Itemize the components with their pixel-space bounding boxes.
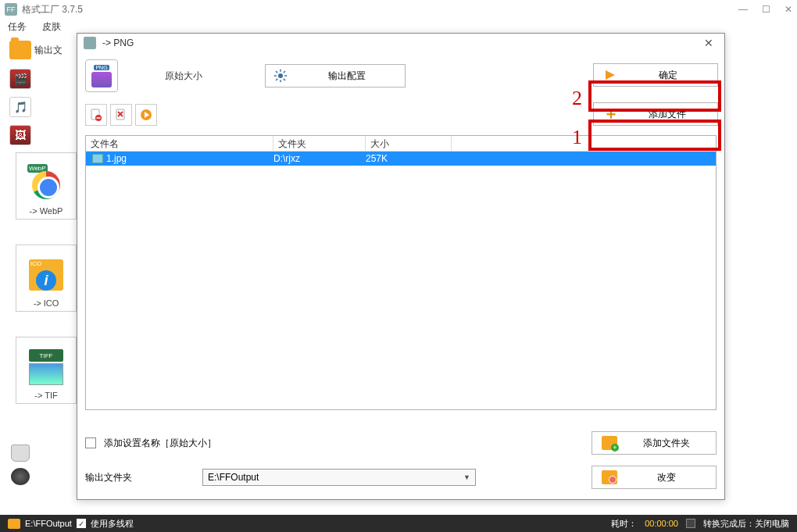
main-title-bar: FF 格式工厂 3.7.5 — ☐ ✕ — [0, 0, 797, 19]
picture-icon — [29, 363, 63, 385]
add-folder-label: 添加文件夹 — [627, 437, 706, 450]
format-tif-label: -> TIF — [34, 391, 57, 400]
add-file-button[interactable]: ＋ 添加文件 — [593, 102, 718, 126]
window-controls: — ☐ ✕ — [738, 4, 792, 15]
add-setting-name-checkbox[interactable] — [85, 437, 96, 448]
file-size: 257K — [366, 153, 452, 164]
svg-line-5 — [276, 71, 277, 73]
file-folder: D:\rjxz — [273, 153, 366, 164]
folder-icon — [9, 41, 31, 59]
svg-line-8 — [284, 71, 285, 73]
bottom-left-icons — [11, 445, 30, 485]
format-webp-label: -> WebP — [30, 206, 63, 216]
output-config-label: 输出配置 — [297, 70, 397, 83]
play-icon — [140, 109, 152, 121]
page-minus-icon — [90, 109, 102, 121]
add-file-label: 添加文件 — [627, 108, 708, 121]
file-row[interactable]: 1.jpg D:\rjxz 257K — [86, 152, 716, 166]
format-button-list: WebP -> WebP ICO i -> ICO TIFF -> TIF — [16, 152, 77, 404]
file-list-header: 文件名 文件夹 大小 — [86, 136, 716, 152]
plus-icon: ＋ — [603, 107, 617, 121]
output-config-button[interactable]: 输出配置 — [265, 64, 406, 87]
ok-button-label: 确定 — [628, 69, 708, 82]
output-label: 输出文 — [34, 44, 63, 57]
svg-line-7 — [276, 79, 277, 80]
highlight-number-2: 2 — [572, 87, 582, 110]
drive-icon[interactable] — [11, 445, 30, 462]
original-size-label: 原始大小 — [165, 70, 202, 83]
change-folder-label: 改变 — [627, 471, 706, 484]
remove-file-button[interactable] — [85, 104, 107, 126]
dialog-title: -> PNG — [102, 37, 699, 48]
page-x-icon — [115, 109, 127, 121]
col-folder[interactable]: 文件夹 — [273, 136, 366, 151]
svg-rect-12 — [97, 117, 101, 119]
output-folder-row: 输出文件夹 E:\FFOutput ▼ 改变 — [85, 463, 717, 491]
svg-marker-9 — [606, 70, 615, 80]
add-setting-name-label: 添加设置名称［原始大小］ — [104, 437, 216, 450]
dialog-close-button[interactable]: ✕ — [699, 37, 718, 49]
dialog-icon-row: ＋ 添加文件 — [77, 99, 724, 130]
output-folder-dropdown[interactable]: E:\FFOutput ▼ — [202, 469, 476, 486]
png-badge: PNG — [94, 65, 109, 70]
ico-badge: ICO i — [29, 259, 63, 291]
col-size[interactable]: 大小 — [366, 136, 452, 151]
format-ico-button[interactable]: ICO i -> ICO — [16, 245, 77, 312]
format-webp-button[interactable]: WebP -> WebP — [16, 152, 77, 220]
dialog-app-icon — [84, 37, 96, 49]
multithread-checkbox[interactable]: ✓ — [77, 519, 86, 528]
change-folder-button[interactable]: 改变 — [591, 466, 717, 489]
menu-skin[interactable]: 皮肤 — [42, 20, 61, 34]
maximize-button[interactable]: ☐ — [762, 4, 770, 15]
info-icon: i — [36, 270, 56, 291]
format-ico-label: -> ICO — [34, 298, 59, 308]
file-name: 1.jpg — [106, 153, 127, 164]
settings-icon[interactable] — [11, 468, 30, 485]
svg-point-0 — [278, 73, 283, 78]
highlight-number-1: 1 — [572, 126, 582, 149]
play-arrow-icon — [603, 68, 617, 82]
category-strip: 🎬 🎵 🖼 — [9, 69, 31, 145]
file-thumb-icon — [92, 154, 103, 163]
add-folder-button[interactable]: 添加文件夹 — [591, 431, 717, 455]
chrome-icon — [32, 171, 60, 199]
audio-category-icon[interactable]: 🎵 — [9, 97, 31, 117]
multithread-label: 使用多线程 — [91, 518, 134, 530]
svg-line-6 — [284, 79, 285, 80]
menu-bar: 任务 皮肤 — [0, 19, 797, 34]
output-folder-value: E:\FFOutput — [208, 472, 259, 483]
elapsed-time: 00:00:00 — [645, 519, 678, 528]
output-folder-label: 输出文件夹 — [85, 471, 140, 484]
folder-browse-icon — [602, 470, 617, 484]
close-button[interactable]: ✕ — [784, 4, 792, 15]
gear-icon — [273, 69, 288, 83]
dialog-title-bar: -> PNG ✕ — [77, 34, 724, 52]
image-category-icon[interactable]: 🖼 — [9, 125, 31, 145]
app-title: 格式工厂 3.7.5 — [22, 3, 738, 16]
convert-dialog: -> PNG ✕ PNG 原始大小 输出配置 确定 ＋ 添加文件 — [77, 33, 725, 500]
shutdown-checkbox[interactable] — [686, 519, 695, 528]
app-icon: FF — [5, 3, 17, 16]
format-tif-button[interactable]: TIFF -> TIF — [16, 337, 77, 404]
elapsed-label: 耗时： — [611, 518, 637, 530]
file-list: 文件名 文件夹 大小 1.jpg D:\rjxz 257K — [85, 135, 717, 410]
video-category-icon[interactable]: 🎬 — [9, 69, 31, 89]
shutdown-label: 转换完成后：关闭电脑 — [703, 518, 789, 530]
menu-task[interactable]: 任务 — [8, 20, 27, 34]
ok-button[interactable]: 确定 — [593, 63, 718, 87]
png-thumb-icon — [91, 72, 112, 87]
preview-button[interactable] — [135, 104, 157, 126]
chevron-down-icon: ▼ — [463, 473, 470, 481]
minimize-button[interactable]: — — [738, 4, 748, 15]
folder-plus-icon — [602, 436, 617, 450]
statusbar-path[interactable]: E:\FFOutput — [25, 519, 72, 528]
clear-list-button[interactable] — [110, 104, 132, 126]
tiff-badge: TIFF — [29, 349, 63, 362]
statusbar-folder-icon[interactable] — [8, 519, 20, 529]
status-bar: E:\FFOutput ✓ 使用多线程 耗时： 00:00:00 转换完成后：关… — [0, 515, 797, 532]
png-format-icon: PNG — [85, 59, 118, 92]
col-filename[interactable]: 文件名 — [86, 136, 273, 151]
dialog-top-row: PNG 原始大小 输出配置 确定 — [77, 52, 724, 99]
setting-name-row: 添加设置名称［原始大小］ 添加文件夹 — [85, 429, 717, 457]
dialog-bottom-panel: 添加设置名称［原始大小］ 添加文件夹 输出文件夹 E:\FFOutput ▼ 改… — [85, 429, 717, 491]
